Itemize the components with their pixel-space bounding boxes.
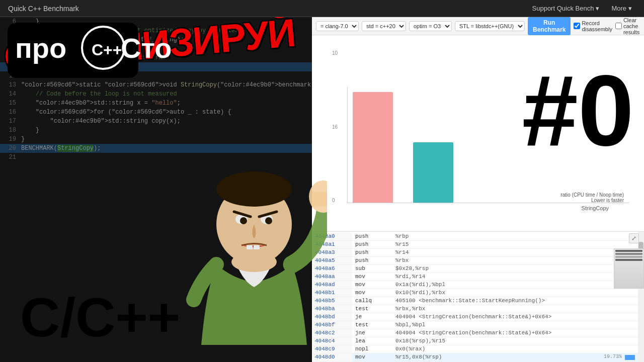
compiler-select[interactable]: = clang-7.0: [316, 21, 359, 31]
code-line-20: 20BENCHMARK(StringCopy);: [0, 144, 312, 153]
clear-cache-checkbox[interactable]: [615, 23, 622, 29]
topbar-left: Quick C++ Benchmark: [8, 5, 79, 13]
line-number: 17: [2, 118, 16, 125]
clear-cache-label[interactable]: Clear cache results: [615, 17, 640, 35]
line-number: 19: [2, 136, 16, 143]
code-line-15: 15 "color:#4ec9b0">std::string x = "hell…: [0, 99, 312, 108]
asm-inline-bar: [625, 355, 635, 360]
code-text: // Register the function as a benchmark: [21, 54, 310, 61]
line-number: 10: [2, 54, 16, 61]
line-number: 20: [2, 145, 16, 152]
annotation-line1: ratio (CPU time / Noop time): [560, 192, 624, 198]
more-label: More: [611, 5, 626, 12]
topbar: Quick C++ Benchmark Support Quick Bench …: [0, 0, 644, 17]
code-line-6: 6 }: [0, 17, 312, 26]
code-line-21: 21: [0, 153, 312, 162]
asm-opcode: nopl: [352, 345, 392, 353]
asm-address: 4048b5: [312, 297, 352, 305]
asm-address: 4048c4: [312, 337, 352, 345]
stl-select[interactable]: STL = libstdc++(GNU): [455, 21, 525, 31]
line-number: 14: [2, 90, 16, 98]
asm-row: 4048a3push%r14: [312, 249, 644, 257]
asm-row: 4048c4lea0x18(%rsp),%r15: [312, 337, 644, 345]
asm-args: 404904 <StringCreation(benchmark::State&…: [392, 329, 644, 337]
chart-container: 10 16 0 ratio (CPU time / Noop time): [312, 35, 644, 231]
asm-row: 4048admov0x1a(%rdi),%bpl: [312, 281, 644, 289]
line-number: 13: [2, 81, 16, 88]
asm-args: %rdi,%r14: [392, 273, 644, 281]
asm-opcode: push: [352, 233, 392, 240]
record-disassembly-checkbox[interactable]: [574, 23, 580, 29]
bar-group-string-copy: [413, 142, 453, 203]
chart-bars: [347, 87, 629, 203]
asm-opcode: sub: [352, 265, 392, 273]
asm-address: 4048bd: [312, 313, 352, 321]
asm-address: 4048c2: [312, 329, 352, 337]
asm-row: 4048a1push%r15: [312, 241, 644, 249]
y-label-10: 10: [332, 50, 338, 56]
asm-opcode: lea: [352, 337, 392, 345]
line-number: 7: [2, 27, 16, 34]
code-text: // Make sure the value is not optimized …: [21, 27, 310, 34]
more-chevron: ▾: [628, 5, 632, 12]
code-text: BENCHMARK(StringCreation);: [21, 63, 310, 70]
asm-opcode: mov: [352, 289, 392, 297]
line-number: 11: [2, 63, 16, 70]
asm-args: 404904 <StringCreation(benchmark::State&…: [392, 313, 644, 321]
line-number: 16: [2, 109, 16, 116]
asm-address: 4048bf: [312, 321, 352, 329]
support-button[interactable]: Support Quick Bench ▾: [528, 3, 604, 14]
code-line-18: 18 }: [0, 126, 312, 135]
asm-args: %rbx: [392, 257, 644, 264]
asm-args: 0x10(%rdi),%rbx: [392, 289, 644, 297]
bar-string-copy: [413, 142, 453, 203]
asm-address: 4048c9: [312, 345, 352, 353]
line-number: 12: [2, 72, 16, 79]
asm-row: 4048c2jne404904 <StringCreation(benchmar…: [312, 329, 644, 337]
code-line-19: 19}: [0, 135, 312, 144]
asm-address: 4048aa: [312, 273, 352, 281]
asm-row: 4048a5push%rbx: [312, 257, 644, 265]
code-text: "color:#4ec9b0">std::string x = "hello";: [21, 100, 310, 107]
code-line-7: 7 // Make sure the value is not optimize…: [0, 26, 312, 35]
asm-address: 4048b1: [312, 289, 352, 297]
code-line-14: 14 // Code before the loop is not measur…: [0, 89, 312, 99]
code-line-12: 12: [0, 71, 312, 80]
expand-icon[interactable]: ⤢: [629, 233, 639, 243]
asm-opcode: test: [352, 321, 392, 329]
asm-args: 405100 <benchmark::State::StartKeepRunni…: [392, 297, 644, 305]
asm-address: 4048ad: [312, 281, 352, 289]
code-text: "color:#4ec9b0">std::string copy(x);: [21, 118, 310, 125]
asm-address: 4048a5: [312, 257, 352, 264]
topbar-title: Quick C++ Benchmark: [8, 5, 79, 13]
asm-opcode: push: [352, 257, 392, 264]
optim-select[interactable]: optim = O3: [409, 21, 452, 31]
code-text: }: [21, 136, 310, 143]
asm-rows-container: 4048a0push%rbp4048a1push%r154048a3push%r…: [312, 232, 644, 362]
run-benchmark-button[interactable]: Run Benchmark: [528, 17, 571, 35]
asm-opcode: mov: [352, 273, 392, 281]
code-editor[interactable]: 6 }7 // Make sure the value is not optim…: [0, 17, 312, 362]
asm-opcode: callq: [352, 297, 392, 305]
line-number: 6: [2, 18, 16, 25]
std-select[interactable]: std = c++20: [362, 21, 406, 31]
topbar-right: Support Quick Bench ▾ More ▾: [528, 3, 636, 14]
code-text: "color:#569cd6">for ("color:#569cd6">aut…: [21, 109, 310, 116]
more-button[interactable]: More ▾: [607, 3, 636, 14]
asm-address: 4048d0: [312, 353, 352, 361]
code-text: }: [21, 45, 310, 52]
asm-args: 0x1a(%rdi),%bpl: [392, 281, 644, 289]
asm-area[interactable]: 4048a0push%rbp4048a1push%r154048a3push%r…: [312, 231, 644, 362]
asm-opcode: push: [352, 249, 392, 256]
asm-address: 4048a0: [312, 233, 352, 240]
asm-args: %rbx,%rbx: [392, 305, 644, 313]
line-number: 15: [2, 100, 16, 107]
asm-address: 4048a1: [312, 241, 352, 248]
asm-opcode: mov: [352, 281, 392, 289]
asm-percent: 19.73%: [599, 353, 624, 361]
asm-row: 4048a0push%rbp: [312, 233, 644, 241]
asm-args: %r15: [392, 241, 644, 248]
record-disassembly-label[interactable]: Record disassembly: [574, 20, 612, 32]
chart-annotation: ratio (CPU time / Noop time) Lower is fa…: [560, 192, 624, 203]
chart-x-label: StringCopy: [582, 205, 609, 211]
